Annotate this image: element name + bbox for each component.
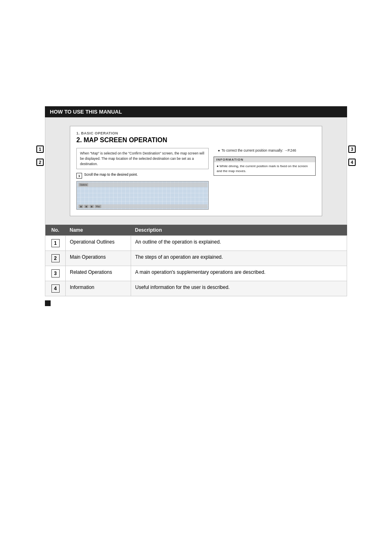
mock-map-btn-1: ▣ [79, 205, 83, 208]
right-col: ● To correct the current position manual… [214, 148, 316, 210]
related-bullet: ● To correct the current position manual… [218, 148, 316, 153]
section-header: HOW TO USE THIS MANUAL [45, 106, 347, 117]
step-number: 1 [76, 173, 82, 179]
diagram-container: 1 2 3 4 1. BAS [45, 117, 347, 225]
operational-outlines-box: When "Map" is selected on the "Confirm D… [76, 148, 209, 169]
table-row: 4InformationUseful information for the u… [45, 281, 347, 296]
main-operation-step: 1 Scroll the map to the desired point. [76, 172, 209, 179]
table-row: 2Main OperationsThe steps of an operatio… [45, 251, 347, 266]
table-cell-name: Related Operations [66, 266, 131, 281]
information-box: INFORMATION ● While driving, the current… [214, 157, 316, 176]
table-col-name: Name [66, 225, 131, 236]
table-col-desc: Description [131, 225, 347, 236]
mock-map-btn-4: Map [95, 205, 101, 208]
section-marker [45, 300, 51, 306]
table-cell-description: Useful information for the user is descr… [131, 281, 347, 296]
table-cell-no: 3 [45, 266, 66, 281]
table-cell-description: The steps of an operation are explained. [131, 251, 347, 266]
table-body: 1Operational OutlinesAn outline of the o… [45, 236, 347, 296]
callout-num-3: 3 [348, 145, 356, 153]
inner-section-label: 1. BASIC OPERATION [76, 131, 316, 135]
callout-2: 2 [36, 159, 44, 166]
page-wrapper: HOW TO USE THIS MANUAL 1 2 3 [0, 0, 392, 555]
table-cell-name: Operational Outlines [66, 236, 131, 251]
page-content-inner: When "Map" is selected on the "Confirm D… [76, 148, 316, 210]
table-cell-name: Information [66, 281, 131, 296]
callout-num-4: 4 [348, 159, 356, 166]
table-row: 1Operational OutlinesAn outline of the o… [45, 236, 347, 251]
content-area: HOW TO USE THIS MANUAL 1 2 3 [45, 8, 347, 311]
mock-map-toolbar: Options [78, 182, 207, 187]
page-mockup: 1. BASIC OPERATION 2. MAP SCREEN OPERATI… [70, 126, 322, 216]
table-col-no: No. [45, 225, 66, 236]
mock-map-btn-2: ▣ [84, 205, 89, 208]
num-box: 4 [51, 284, 60, 293]
section-header-label: HOW TO USE THIS MANUAL [50, 109, 122, 115]
callout-3: 3 [348, 145, 356, 153]
operational-outlines-text: When "Map" is selected on the "Confirm D… [80, 151, 204, 166]
callout-1: 1 [36, 145, 44, 153]
mock-map: Options ▣ ▣ ▣ Map [76, 181, 209, 210]
num-box: 3 [51, 269, 60, 278]
table-cell-description: A main operation's supplementary operati… [131, 266, 347, 281]
callout-4: 4 [348, 159, 356, 166]
table-cell-name: Main Operations [66, 251, 131, 266]
mock-map-btn-3: ▣ [89, 205, 94, 208]
mock-map-options-btn: Options [79, 183, 88, 186]
info-box-content: ● While driving, the current position ma… [214, 162, 315, 175]
mock-map-bottom-bar: ▣ ▣ ▣ Map [78, 204, 207, 208]
table-row: 3Related OperationsA main operation's su… [45, 266, 347, 281]
inner-page-title: 2. MAP SCREEN OPERATION [76, 137, 316, 144]
table-cell-no: 4 [45, 281, 66, 296]
step-text: Scroll the map to the desired point. [84, 172, 138, 177]
table-cell-no: 2 [45, 251, 66, 266]
related-operations-box: ● To correct the current position manual… [214, 148, 316, 153]
callout-num-1: 1 [36, 145, 44, 153]
related-bullet-text: To correct the current position manually… [222, 148, 296, 153]
table-cell-no: 1 [45, 236, 66, 251]
num-box: 2 [51, 254, 60, 262]
callout-num-2: 2 [36, 159, 44, 166]
left-col: When "Map" is selected on the "Confirm D… [76, 148, 209, 210]
description-table: No. Name Description 1Operational Outlin… [45, 225, 347, 296]
table-header-row: No. Name Description [45, 225, 347, 236]
table-cell-description: An outline of the operation is explained… [131, 236, 347, 251]
info-box-header: INFORMATION [214, 157, 315, 162]
num-box: 1 [51, 239, 60, 247]
